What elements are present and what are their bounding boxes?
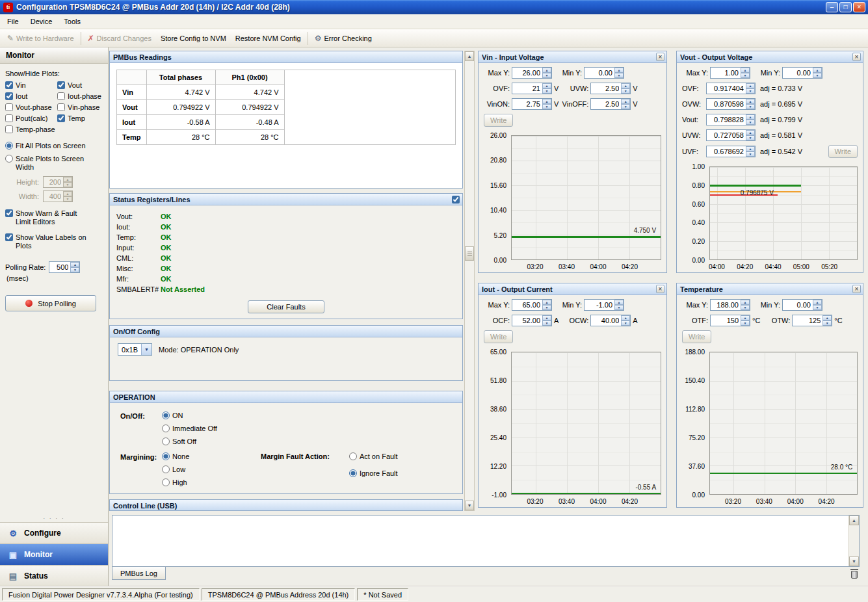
scroll-up-icon[interactable]: ▲ bbox=[849, 516, 859, 525]
plot-checkbox-input-vout-phase[interactable] bbox=[5, 103, 13, 111]
spin-up-icon[interactable]: ▲ bbox=[741, 315, 750, 321]
iout-max-y-spinner-arrows[interactable]: ▲▼ bbox=[542, 300, 551, 310]
vout-max-y-spinner-arrows[interactable]: ▲▼ bbox=[741, 68, 750, 78]
radio-input-immediate-off[interactable] bbox=[162, 425, 170, 432]
iout-min-y-spinner-value[interactable] bbox=[585, 300, 614, 310]
spin-up-icon[interactable]: ▲ bbox=[614, 68, 624, 73]
spin-down-icon[interactable]: ▼ bbox=[621, 104, 630, 109]
vin-vinon-spinner-value[interactable] bbox=[512, 99, 542, 109]
maximize-icon[interactable]: □ bbox=[839, 2, 852, 12]
vout-vout-spinner-value[interactable] bbox=[707, 114, 746, 125]
iout-ocw-spinner-value[interactable] bbox=[591, 315, 621, 326]
vin-min-y-spinner[interactable]: ▲▼ bbox=[584, 67, 624, 79]
spin-down-icon[interactable]: ▼ bbox=[621, 321, 630, 326]
radio-input-soft-off[interactable] bbox=[162, 438, 170, 445]
plot-checkbox-input-iout[interactable] bbox=[5, 92, 13, 100]
vout-ovf-spinner-arrows[interactable]: ▲▼ bbox=[746, 83, 755, 94]
status-registers-header-checkbox[interactable] bbox=[452, 196, 460, 203]
chevron-down-icon[interactable]: ▼ bbox=[141, 344, 151, 355]
temp-otf-spinner[interactable]: ▲▼ bbox=[710, 315, 750, 326]
show-warn-fault-checkbox[interactable]: Show Warn & Fault Limit Editors bbox=[5, 209, 103, 226]
polling-rate-spinner[interactable]: ▲▼ bbox=[49, 261, 80, 273]
temp-max-y-spinner[interactable]: ▲▼ bbox=[710, 299, 750, 311]
radio-input-ignore-fault[interactable] bbox=[349, 469, 357, 477]
plot-checkbox-iout-phase[interactable]: Iout-phase bbox=[57, 92, 103, 101]
plot-checkbox-vout-phase[interactable]: Vout-phase bbox=[5, 103, 57, 112]
scale-plots-radio-input[interactable] bbox=[5, 155, 13, 163]
plot-checkbox-input-vin[interactable] bbox=[5, 81, 13, 89]
splitter-grip[interactable] bbox=[465, 246, 474, 261]
plot-checkbox-vout[interactable]: Vout bbox=[57, 81, 103, 90]
iout-ocw-spinner[interactable]: ▲▼ bbox=[590, 315, 631, 326]
spin-down-icon[interactable]: ▼ bbox=[813, 305, 822, 310]
spin-up-icon[interactable]: ▲ bbox=[741, 68, 750, 73]
vin-vinon-spinner[interactable]: ▲▼ bbox=[512, 98, 552, 110]
vin-uvw-spinner-arrows[interactable]: ▲▼ bbox=[621, 83, 630, 94]
vin-vinoff-spinner[interactable]: ▲▼ bbox=[590, 98, 631, 110]
spin-down-icon[interactable]: ▼ bbox=[614, 73, 624, 78]
spin-down-icon[interactable]: ▼ bbox=[741, 305, 750, 310]
plot-checkbox-vin[interactable]: Vin bbox=[5, 81, 57, 90]
radio-input-high[interactable] bbox=[162, 478, 170, 486]
radio-high[interactable]: High bbox=[162, 478, 189, 487]
polling-rate-spinner-arrows[interactable]: ▲▼ bbox=[70, 262, 79, 272]
spin-up-icon[interactable]: ▲ bbox=[746, 99, 755, 104]
close-plot-icon[interactable]: × bbox=[852, 285, 861, 293]
show-value-labels-checkbox-input[interactable] bbox=[5, 233, 13, 241]
vout-min-y-spinner-value[interactable] bbox=[783, 68, 813, 78]
spin-up-icon[interactable]: ▲ bbox=[542, 83, 551, 88]
spin-up-icon[interactable]: ▲ bbox=[746, 83, 755, 88]
spin-up-icon[interactable]: ▲ bbox=[70, 262, 79, 267]
spin-up-icon[interactable]: ▲ bbox=[741, 300, 750, 305]
vin-max-y-spinner-arrows[interactable]: ▲▼ bbox=[542, 68, 551, 78]
discard-changes-button[interactable]: ✗ Discard Changes bbox=[83, 32, 156, 45]
vout-ovw-spinner[interactable]: ▲▼ bbox=[706, 98, 756, 110]
fit-all-plots-radio-input[interactable] bbox=[5, 142, 13, 150]
temp-otf-spinner-value[interactable] bbox=[711, 315, 741, 326]
spin-down-icon[interactable]: ▼ bbox=[542, 305, 551, 310]
spin-down-icon[interactable]: ▼ bbox=[746, 135, 755, 140]
radio-on[interactable]: ON bbox=[162, 412, 217, 420]
vout-uvw-spinner-arrows[interactable]: ▲▼ bbox=[746, 130, 755, 140]
temp-min-y-spinner-arrows[interactable]: ▲▼ bbox=[813, 300, 822, 310]
temp-otw-spinner[interactable]: ▲▼ bbox=[792, 315, 832, 326]
spin-up-icon[interactable]: ▲ bbox=[614, 300, 624, 305]
spin-down-icon[interactable]: ▼ bbox=[741, 321, 750, 326]
vin-vinoff-spinner-arrows[interactable]: ▲▼ bbox=[621, 99, 630, 109]
temp-otw-spinner-value[interactable] bbox=[793, 315, 822, 326]
vout-ovw-spinner-value[interactable] bbox=[707, 99, 746, 109]
spin-down-icon[interactable]: ▼ bbox=[746, 88, 755, 94]
vout-min-y-spinner[interactable]: ▲▼ bbox=[782, 67, 822, 79]
close-plot-icon[interactable]: × bbox=[656, 53, 664, 61]
spin-up-icon[interactable]: ▲ bbox=[621, 315, 630, 321]
write-button-vout[interactable]: Write bbox=[828, 145, 858, 158]
iout-max-y-spinner[interactable]: ▲▼ bbox=[512, 299, 552, 311]
vout-uvf-spinner-value[interactable] bbox=[707, 146, 746, 157]
radio-ignore-fault[interactable]: Ignore Fault bbox=[349, 469, 398, 478]
spin-up-icon[interactable]: ▲ bbox=[542, 300, 551, 305]
vout-uvf-spinner-arrows[interactable]: ▲▼ bbox=[746, 146, 755, 157]
vout-uvf-spinner[interactable]: ▲▼ bbox=[706, 146, 756, 157]
vin-vinoff-spinner-value[interactable] bbox=[591, 99, 621, 109]
log-scrollbar[interactable]: ▲ ▼ bbox=[848, 516, 859, 566]
vin-ovf-spinner-arrows[interactable]: ▲▼ bbox=[542, 83, 551, 94]
spin-up-icon[interactable]: ▲ bbox=[822, 315, 832, 321]
vout-ovf-spinner-value[interactable] bbox=[707, 83, 746, 94]
pmbus-log-area[interactable]: ▲ ▼ bbox=[112, 515, 860, 567]
spin-down-icon[interactable]: ▼ bbox=[614, 305, 624, 310]
spin-down-icon[interactable]: ▼ bbox=[70, 267, 79, 272]
plot-checkbox-input-temp-phase[interactable] bbox=[5, 125, 13, 133]
plot-checkbox-temp-phase[interactable]: Temp-phase bbox=[5, 125, 57, 134]
iout-min-y-spinner-arrows[interactable]: ▲▼ bbox=[614, 300, 624, 310]
spin-up-icon[interactable]: ▲ bbox=[542, 99, 551, 104]
plot-checkbox-vin-phase[interactable]: Vin-phase bbox=[57, 103, 103, 112]
spin-down-icon[interactable]: ▼ bbox=[746, 151, 755, 157]
radio-none[interactable]: None bbox=[162, 452, 189, 461]
radio-low[interactable]: Low bbox=[162, 465, 189, 474]
fit-all-plots-radio[interactable]: Fit All Plots on Screen bbox=[5, 142, 103, 150]
sidebar-splitter[interactable]: · · · · bbox=[0, 516, 108, 522]
restore-nvm-button[interactable]: Restore NVM Config bbox=[231, 32, 306, 45]
nav-monitor[interactable]: ▣ Monitor bbox=[0, 543, 108, 565]
show-warn-fault-checkbox-input[interactable] bbox=[5, 209, 13, 217]
vout-uvw-spinner[interactable]: ▲▼ bbox=[706, 129, 756, 141]
